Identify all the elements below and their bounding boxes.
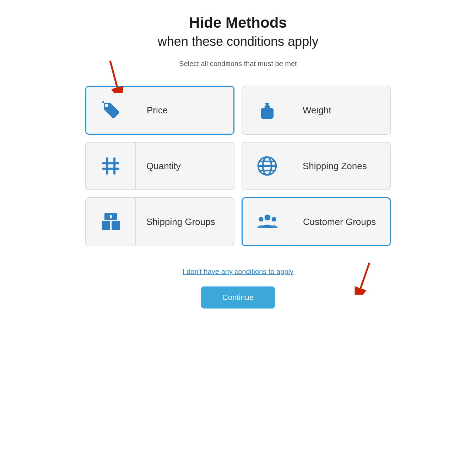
- shipping-groups-icon: [100, 211, 121, 232]
- quantity-icon: [100, 155, 121, 177]
- svg-point-24: [271, 217, 276, 221]
- grid-wrapper: Price Weight: [85, 86, 391, 268]
- arrow-customer-groups: [323, 259, 387, 296]
- svg-rect-9: [106, 157, 108, 175]
- shipping-groups-label: Shipping Groups: [136, 204, 234, 240]
- price-card[interactable]: Price: [85, 86, 234, 135]
- svg-rect-5: [261, 108, 274, 119]
- customer-groups-icon: [257, 211, 278, 232]
- svg-rect-10: [113, 157, 115, 175]
- customer-groups-card[interactable]: Customer Groups: [242, 197, 391, 246]
- svg-point-4: [105, 104, 108, 107]
- weight-icon-area: [242, 87, 292, 134]
- svg-rect-11: [102, 162, 119, 164]
- svg-rect-12: [102, 168, 119, 170]
- shipping-groups-icon-area: [86, 198, 136, 245]
- continue-button[interactable]: Continue: [201, 286, 275, 309]
- quantity-icon-area: [86, 143, 136, 189]
- conditions-grid: Price Weight: [85, 86, 391, 246]
- svg-rect-8: [265, 103, 269, 104]
- weight-icon: [256, 100, 278, 121]
- shipping-zones-label: Shipping Zones: [292, 148, 390, 184]
- customer-groups-icon-area: [243, 198, 292, 245]
- svg-rect-19: [112, 221, 120, 230]
- price-tag-icon: [101, 100, 122, 121]
- weight-label: Weight: [292, 92, 390, 129]
- shipping-zones-icon-area: [242, 143, 292, 189]
- svg-line-1: [110, 61, 117, 87]
- quantity-card[interactable]: Quantity: [85, 142, 234, 190]
- svg-line-3: [361, 263, 369, 288]
- svg-rect-18: [102, 221, 110, 230]
- svg-point-23: [259, 217, 263, 221]
- page-title: Hide Methods: [189, 14, 287, 31]
- svg-rect-21: [110, 215, 112, 219]
- weight-card[interactable]: Weight: [242, 86, 391, 135]
- page-instruction: Select all conditions that must be met: [179, 60, 297, 68]
- page-container: Hide Methods when these conditions apply…: [85, 14, 391, 309]
- svg-point-22: [264, 215, 270, 221]
- globe-icon: [256, 155, 278, 177]
- shipping-zones-card[interactable]: Shipping Zones: [242, 142, 391, 190]
- no-conditions-link[interactable]: I don't have any conditions to apply: [183, 268, 293, 276]
- quantity-label: Quantity: [136, 148, 234, 184]
- price-label: Price: [136, 92, 233, 129]
- customer-groups-label: Customer Groups: [292, 204, 390, 240]
- page-subtitle: when these conditions apply: [158, 34, 318, 49]
- price-icon-area: [86, 87, 136, 134]
- shipping-groups-card[interactable]: Shipping Groups: [85, 197, 234, 246]
